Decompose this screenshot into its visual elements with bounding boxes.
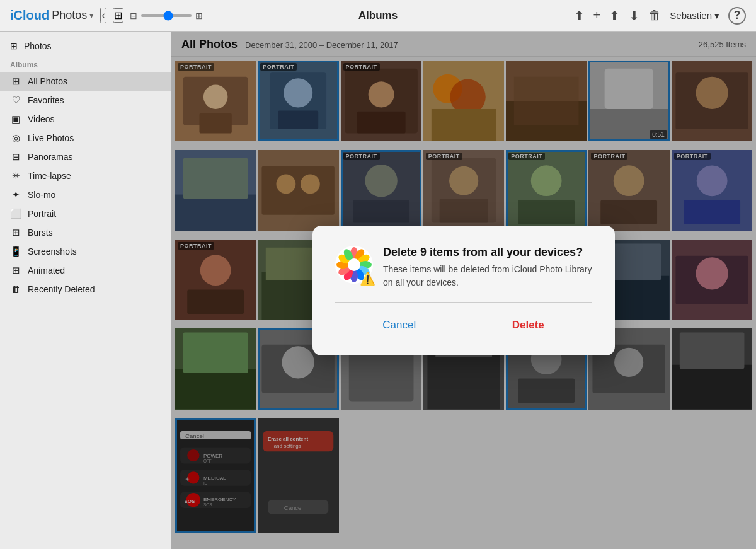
photos-app-logo: ⚠️ bbox=[335, 246, 373, 284]
upload-icloud-button[interactable]: ⬆ bbox=[574, 8, 585, 23]
warning-icon: ⚠️ bbox=[360, 271, 375, 286]
delete-button[interactable]: 🗑 bbox=[648, 8, 661, 23]
app-body: ⊞ Photos Albums ⊞ All Photos ♡ Favorites… bbox=[0, 32, 756, 549]
sidebar-label-time-lapse: Time-lapse bbox=[28, 171, 71, 181]
sidebar-item-portrait[interactable]: ⬜ Portrait bbox=[0, 204, 171, 223]
brand-chevron-icon[interactable]: ▾ bbox=[89, 11, 94, 20]
sidebar-label-panoramas: Panoramas bbox=[28, 152, 73, 162]
sidebar-item-animated[interactable]: ⊞ Animated bbox=[0, 261, 171, 280]
sidebar-item-recently-deleted[interactable]: 🗑 Recently Deleted bbox=[0, 280, 171, 298]
bursts-icon: ⊞ bbox=[10, 227, 21, 238]
videos-icon: ▣ bbox=[10, 113, 21, 125]
zoom-out-icon: ⊟ bbox=[130, 11, 137, 21]
dialog-overlay: ⚠️ Delete 9 items from all your devices?… bbox=[171, 32, 756, 549]
main-content: All Photos December 31, 2000 – December … bbox=[171, 32, 756, 549]
all-photos-icon: ⊞ bbox=[10, 76, 21, 87]
live-photos-icon: ◎ bbox=[10, 132, 21, 144]
toolbar-right: ⬆ + ⬆ ⬇ 🗑 Sebastien ▾ ? bbox=[574, 7, 746, 25]
user-menu-button[interactable]: Sebastien ▾ bbox=[670, 10, 719, 21]
recently-deleted-icon: 🗑 bbox=[10, 284, 21, 294]
sidebar-item-slo-mo[interactable]: ✦ Slo-mo bbox=[0, 185, 171, 204]
svg-point-125 bbox=[348, 258, 360, 271]
time-lapse-icon: ✳ bbox=[10, 170, 21, 182]
portrait-icon: ⬜ bbox=[10, 208, 21, 219]
add-button[interactable]: + bbox=[593, 8, 601, 23]
sidebar-label-live-photos: Live Photos bbox=[28, 133, 74, 143]
sidebar-item-live-photos[interactable]: ◎ Live Photos bbox=[0, 129, 171, 147]
sidebar-label-slo-mo: Slo-mo bbox=[28, 190, 55, 200]
user-chevron-icon: ▾ bbox=[714, 10, 719, 21]
sidebar-item-all-photos[interactable]: ⊞ All Photos bbox=[0, 72, 171, 91]
sidebar-label-portrait: Portrait bbox=[28, 209, 56, 219]
sidebar-item-favorites[interactable]: ♡ Favorites bbox=[0, 91, 171, 110]
toolbar: iCloud Photos ▾ ‹ ⊞ ⊟ ⊞ Albums ⬆ + ⬆ ⬇ 🗑… bbox=[0, 0, 756, 32]
photos-icon: ⊞ bbox=[10, 41, 18, 51]
sidebar-albums-label: Albums bbox=[0, 55, 171, 72]
dialog-text: Delete 9 items from all your devices? Th… bbox=[383, 246, 592, 289]
slo-mo-icon: ✦ bbox=[10, 189, 21, 200]
share-button[interactable]: ⬆ bbox=[609, 8, 620, 23]
sidebar-label-favorites: Favorites bbox=[28, 95, 64, 105]
sidebar-photos-label: Photos bbox=[24, 41, 52, 51]
sidebar-item-videos[interactable]: ▣ Videos bbox=[0, 110, 171, 129]
user-name: Sebastien bbox=[670, 10, 712, 21]
sidebar-item-photos[interactable]: ⊞ Photos bbox=[0, 37, 171, 55]
zoom-in-icon: ⊞ bbox=[195, 11, 203, 21]
zoom-control: ⊟ ⊞ bbox=[130, 11, 203, 21]
sidebar-label-bursts: Bursts bbox=[28, 228, 53, 238]
sidebar: ⊞ Photos Albums ⊞ All Photos ♡ Favorites… bbox=[0, 32, 171, 549]
sidebar-label-recently-deleted: Recently Deleted bbox=[28, 284, 95, 294]
animated-icon: ⊞ bbox=[10, 265, 21, 276]
dialog-icon-area: ⚠️ Delete 9 items from all your devices?… bbox=[335, 246, 592, 289]
brand: iCloud Photos ▾ bbox=[10, 8, 94, 23]
sidebar-item-bursts[interactable]: ⊞ Bursts bbox=[0, 223, 171, 242]
back-button[interactable]: ‹ bbox=[100, 8, 106, 23]
sidebar-label-videos: Videos bbox=[28, 114, 55, 124]
dialog-title: Delete 9 items from all your devices? bbox=[383, 246, 592, 259]
dialog-divider bbox=[335, 302, 592, 303]
brand-icloud: iCloud bbox=[10, 8, 49, 23]
delete-dialog: ⚠️ Delete 9 items from all your devices?… bbox=[312, 226, 615, 355]
brand-photos: Photos bbox=[52, 9, 87, 22]
sidebar-toggle-button[interactable]: ⊞ bbox=[113, 8, 123, 23]
screenshots-icon: 📱 bbox=[10, 246, 21, 257]
panoramas-icon: ⊟ bbox=[10, 151, 21, 163]
sidebar-item-time-lapse[interactable]: ✳ Time-lapse bbox=[0, 166, 171, 185]
toolbar-title: Albums bbox=[358, 9, 398, 22]
sidebar-label-animated: Animated bbox=[28, 265, 65, 275]
help-button[interactable]: ? bbox=[728, 7, 746, 25]
favorites-icon: ♡ bbox=[10, 95, 21, 106]
sidebar-label-all-photos: All Photos bbox=[28, 76, 67, 86]
dialog-buttons: Cancel Delete bbox=[335, 315, 592, 335]
sidebar-label-screenshots: Screenshots bbox=[28, 246, 77, 257]
dialog-delete-button[interactable]: Delete bbox=[464, 315, 593, 335]
download-button[interactable]: ⬇ bbox=[629, 8, 639, 23]
sidebar-item-panoramas[interactable]: ⊟ Panoramas bbox=[0, 147, 171, 166]
toolbar-left: iCloud Photos ▾ ‹ ⊞ ⊟ ⊞ bbox=[10, 8, 203, 23]
dialog-body: These items will be deleted from iCloud … bbox=[383, 263, 592, 289]
zoom-slider[interactable] bbox=[141, 14, 192, 17]
sidebar-item-screenshots[interactable]: 📱 Screenshots bbox=[0, 242, 171, 261]
dialog-cancel-button[interactable]: Cancel bbox=[335, 315, 464, 335]
